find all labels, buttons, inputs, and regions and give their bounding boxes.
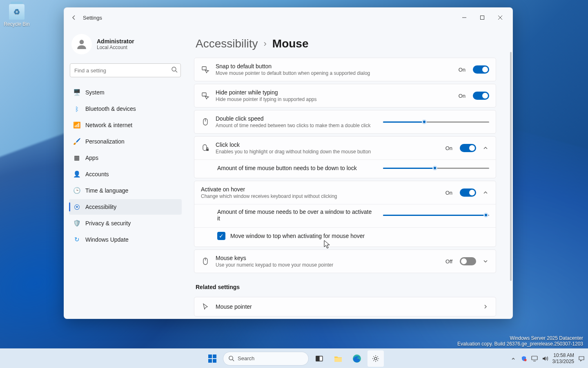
- svg-line-20: [232, 359, 234, 361]
- lock-sub-slider[interactable]: [383, 164, 489, 172]
- sidebar-item-label: Personalization: [85, 138, 125, 145]
- cursor-icon: [201, 302, 210, 311]
- mkeys-state: Off: [445, 258, 452, 265]
- accounts-icon: 👤: [73, 171, 80, 178]
- breadcrumb-current: Mouse: [272, 37, 309, 50]
- accessibility-icon: ⦿: [73, 203, 80, 211]
- recycle-bin[interactable]: Recycle Bin: [2, 4, 31, 27]
- lock-expand[interactable]: [482, 145, 489, 151]
- sidebar-item-label: Apps: [85, 155, 98, 161]
- sidebar: Administrator Local Account 🖥️SystemᛒBlu…: [64, 27, 187, 319]
- tray-security-icon[interactable]: [521, 355, 527, 362]
- hover-sub-slider[interactable]: [383, 211, 489, 219]
- sidebar-item-label: System: [85, 89, 105, 96]
- sidebar-item-label: Network & internet: [85, 122, 132, 128]
- svg-rect-18: [213, 359, 216, 363]
- svg-rect-17: [208, 359, 212, 363]
- sidebar-item-update[interactable]: ↻Windows Update: [69, 232, 182, 247]
- nav-list: 🖥️SystemᛒBluetooth & devices📶Network & i…: [69, 85, 182, 247]
- svg-line-6: [176, 71, 177, 72]
- hide-state: On: [459, 93, 466, 99]
- sidebar-item-label: Accessibility: [85, 204, 116, 210]
- related-item-label: Mouse pointer: [216, 303, 476, 310]
- chevron-right-icon: [482, 304, 489, 310]
- back-button[interactable]: [67, 11, 80, 24]
- settings-list: Snap to default button Move mouse pointe…: [194, 58, 501, 316]
- svg-rect-12: [206, 149, 209, 151]
- sidebar-item-label: Windows Update: [85, 236, 129, 243]
- snap-toggle[interactable]: [473, 65, 489, 74]
- task-view-button[interactable]: [311, 350, 327, 367]
- search-box[interactable]: [70, 63, 181, 77]
- lock-desc: Enables you to highlight or drag without…: [216, 149, 440, 155]
- apps-icon: ▦: [73, 154, 80, 162]
- sidebar-item-accessibility[interactable]: ⦿Accessibility: [69, 199, 182, 215]
- hide-desc: Hide mouse pointer if typing in supporte…: [216, 96, 453, 102]
- sidebar-item-apps[interactable]: ▦Apps: [69, 150, 182, 166]
- taskbar-search-label: Search: [238, 355, 254, 361]
- scrollbar[interactable]: [510, 52, 512, 281]
- notifications-icon[interactable]: [578, 355, 585, 362]
- mkeys-expand[interactable]: [482, 258, 489, 264]
- search-icon: [171, 66, 178, 74]
- start-button[interactable]: [204, 350, 220, 367]
- sidebar-item-label: Time & language: [85, 187, 128, 194]
- window-title: Settings: [83, 15, 102, 21]
- privacy-icon: 🛡️: [73, 220, 80, 227]
- taskbar-search[interactable]: Search: [223, 352, 309, 366]
- svg-rect-7: [202, 67, 206, 70]
- breadcrumb-parent[interactable]: Accessibility: [196, 37, 258, 50]
- recycle-bin-label: Recycle Bin: [2, 21, 31, 27]
- search-input[interactable]: [70, 63, 181, 77]
- update-icon: ↻: [73, 236, 80, 243]
- hide-card: Hide pointer while typing Hide mouse poi…: [194, 84, 496, 108]
- system-icon: 🖥️: [73, 89, 80, 96]
- mkeys-toggle[interactable]: [460, 257, 476, 265]
- lock-state: On: [445, 145, 452, 151]
- tray-sound-icon[interactable]: [542, 355, 548, 362]
- sidebar-item-personalization[interactable]: 🖌️Personalization: [69, 134, 182, 149]
- tray-chevron-icon[interactable]: [510, 355, 517, 362]
- mouse-lock-icon: [201, 144, 210, 153]
- settings-window: Settings Administrator Local Account: [64, 7, 513, 319]
- sidebar-item-accounts[interactable]: 👤Accounts: [69, 166, 182, 182]
- sidebar-item-system[interactable]: 🖥️System: [69, 85, 182, 100]
- hover-desc: Change which window receives keyboard in…: [201, 193, 440, 199]
- explorer-button[interactable]: [330, 350, 346, 367]
- svg-point-5: [172, 67, 176, 71]
- lock-toggle[interactable]: [460, 144, 476, 152]
- sidebar-item-network[interactable]: 📶Network & internet: [69, 117, 182, 133]
- hover-title: Activate on hover: [201, 186, 440, 193]
- svg-point-19: [229, 356, 233, 360]
- snap-desc: Move mouse pointer to default button whe…: [216, 70, 453, 76]
- chevron-right-icon: ›: [263, 38, 266, 49]
- profile-block[interactable]: Administrator Local Account: [69, 31, 182, 60]
- breadcrumb: Accessibility › Mouse: [196, 37, 501, 50]
- hover-expand[interactable]: [482, 190, 489, 195]
- recycle-bin-icon: [9, 4, 24, 20]
- sidebar-item-bluetooth[interactable]: ᛒBluetooth & devices: [69, 101, 182, 117]
- related-card[interactable]: Mouse pointer: [194, 297, 496, 316]
- sidebar-item-privacy[interactable]: 🛡️Privacy & security: [69, 215, 182, 231]
- hover-checkbox[interactable]: ✓: [217, 232, 225, 240]
- maximize-button[interactable]: [473, 11, 491, 24]
- settings-taskbar-button[interactable]: [368, 350, 384, 367]
- dbl-slider[interactable]: [383, 118, 489, 126]
- search-icon: [228, 355, 234, 361]
- taskbar-clock[interactable]: 10:58 AM 3/13/2025: [552, 352, 574, 364]
- minimize-button[interactable]: [455, 11, 473, 24]
- profile-name: Administrator: [97, 38, 134, 45]
- hover-card: Activate on hover Change which window re…: [194, 181, 496, 247]
- cursor-snap-icon: [201, 65, 210, 74]
- hover-toggle[interactable]: [460, 188, 476, 197]
- tray-display-icon[interactable]: [531, 355, 538, 362]
- edge-button[interactable]: [349, 350, 365, 367]
- svg-rect-22: [316, 356, 319, 361]
- close-button[interactable]: [491, 11, 509, 24]
- hide-toggle[interactable]: [473, 92, 489, 100]
- snap-state: On: [459, 67, 466, 73]
- sidebar-item-time[interactable]: 🕒Time & language: [69, 183, 182, 198]
- avatar: [71, 34, 92, 54]
- related-heading: Related settings: [196, 284, 496, 290]
- doubleclick-card: Double click speed Amount of time needed…: [194, 110, 496, 134]
